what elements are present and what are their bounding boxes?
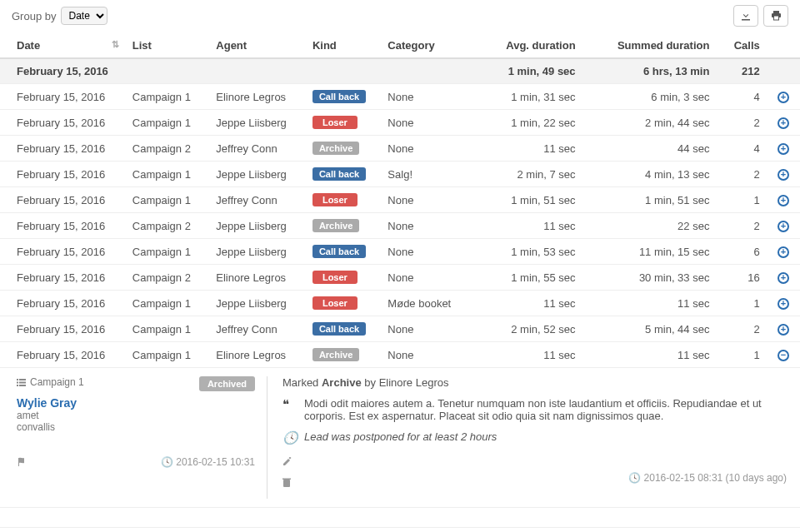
contact-line-2: convallis (17, 421, 255, 433)
cell-list: Campaign 1 (126, 162, 210, 187)
cell-category: None (381, 187, 473, 213)
cell-sum: 22 sec (582, 213, 717, 239)
cell-agent: Elinore Legros (209, 342, 306, 368)
table-row: February 15, 2016 Campaign 1 Jeppe Liisb… (0, 291, 800, 316)
clock-icon: 🕓 (161, 456, 173, 468)
expand-toggle[interactable]: + (778, 324, 789, 336)
cell-calls: 1 (716, 342, 766, 368)
cell-date: February 15, 2016 (0, 239, 126, 265)
kind-badge: Loser (312, 116, 358, 129)
expand-toggle[interactable]: + (778, 92, 789, 103)
expand-toggle[interactable]: + (778, 169, 789, 181)
edit-button[interactable] (282, 457, 292, 466)
contact-name[interactable]: Wylie Gray (17, 396, 255, 410)
kind-badge: Call back (312, 167, 366, 181)
svg-rect-5 (17, 379, 18, 380)
table-row: February 15, 2016 Campaign 1 Elinore Leg… (0, 84, 800, 110)
cell-category: None (381, 316, 473, 342)
cell-agent: Elinore Legros (209, 265, 306, 291)
cell-date: February 15, 2016 (0, 136, 126, 162)
expand-toggle[interactable]: − (778, 350, 789, 361)
cell-agent: Jeppe Liisberg (209, 213, 306, 239)
cell-category: Salg! (381, 162, 473, 187)
cell-avg: 2 min, 52 sec (473, 316, 582, 342)
list-icon (17, 379, 26, 386)
print-button[interactable] (763, 5, 788, 27)
svg-rect-7 (17, 381, 18, 383)
detail-right-timestamp: 2016-02-15 08:31 (10 days ago) (644, 472, 787, 484)
col-kind[interactable]: Kind (306, 33, 381, 58)
cell-avg: 11 sec (473, 213, 582, 239)
cell-list: Campaign 1 (126, 342, 210, 368)
expand-toggle[interactable]: + (778, 298, 789, 310)
table-row: February 15, 2016 Campaign 1 Jeffrey Con… (0, 528, 800, 532)
cell-category: None (381, 213, 473, 239)
cell-sum: 4 min, 13 sec (582, 162, 717, 187)
col-agent[interactable]: Agent (209, 33, 306, 58)
cell-calls: 1 (716, 528, 766, 532)
table-row: February 15, 2016 Campaign 2 Jeffrey Con… (0, 136, 800, 162)
table-row: February 15, 2016 Campaign 1 Elinore Leg… (0, 342, 800, 368)
cell-sum: 30 min, 33 sec (582, 265, 717, 291)
expand-toggle[interactable]: + (778, 272, 789, 284)
results-table: Date ⇅ List Agent Kind Category Avg. dur… (0, 33, 800, 368)
cell-agent: Jeppe Liisberg (209, 162, 306, 187)
cell-category: Møde booket (381, 291, 473, 316)
cell-sum: 1 min, 51 sec (582, 187, 717, 213)
delete-button[interactable] (282, 478, 292, 487)
cell-agent: Jeppe Liisberg (209, 239, 306, 265)
cell-list: Campaign 1 (126, 528, 210, 532)
group-by-select[interactable]: Date (61, 7, 108, 25)
cell-agent: Jeppe Liisberg (209, 291, 306, 316)
cell-agent: Jeffrey Conn (209, 316, 306, 342)
cell-date: February 15, 2016 (0, 342, 126, 368)
col-summed-duration[interactable]: Summed duration (582, 33, 717, 58)
download-button[interactable] (733, 5, 758, 27)
cell-date: February 15, 2016 (0, 187, 126, 213)
cell-date: February 15, 2016 (0, 110, 126, 136)
cell-agent: Jeppe Liisberg (209, 110, 306, 136)
cell-list: Campaign 1 (126, 110, 210, 136)
col-date[interactable]: Date ⇅ (0, 33, 126, 58)
kind-badge: Call back (312, 245, 366, 258)
cell-list: Campaign 1 (126, 316, 210, 342)
cell-avg: 1 min, 31 sec (473, 84, 582, 110)
svg-rect-6 (19, 379, 26, 380)
svg-rect-9 (17, 385, 18, 386)
expand-toggle[interactable]: + (778, 195, 789, 206)
expand-toggle[interactable]: + (778, 117, 789, 129)
cell-avg: 2 min, 7 sec (473, 162, 582, 187)
col-avg-duration[interactable]: Avg. duration (473, 33, 582, 58)
col-list[interactable]: List (126, 33, 210, 58)
flag-icon[interactable] (17, 457, 27, 467)
cell-category: None (381, 342, 473, 368)
clock-icon: 🕓 (282, 430, 296, 445)
cell-calls: 6 (716, 239, 766, 265)
col-category[interactable]: Category (381, 33, 473, 58)
cell-agent: Jeffrey Conn (209, 528, 306, 532)
svg-rect-0 (742, 19, 750, 21)
print-icon (771, 11, 782, 21)
cell-date: February 15, 2016 (0, 213, 126, 239)
expand-toggle[interactable]: + (778, 221, 789, 232)
expand-toggle[interactable]: + (778, 246, 789, 258)
cell-date: February 15, 2016 (0, 528, 126, 532)
cell-date: February 15, 2016 (0, 265, 126, 291)
cell-calls: 1 (716, 291, 766, 316)
cell-sum: 5 min, 44 sec (582, 316, 717, 342)
detail-left-timestamp: 2016-02-15 10:31 (176, 456, 255, 468)
cell-category: None (381, 110, 473, 136)
kind-badge: Archive (312, 142, 359, 155)
cell-avg: 11 sec (473, 136, 582, 162)
cell-list: Campaign 2 (126, 213, 210, 239)
cell-sum: 11 sec (582, 342, 717, 368)
cell-avg: 1 min, 22 sec (473, 110, 582, 136)
svg-rect-10 (19, 385, 26, 386)
clock-icon: 🕓 (628, 472, 641, 484)
cell-avg: 11 sec (473, 342, 582, 368)
expand-toggle[interactable]: + (778, 143, 789, 155)
cell-list: Campaign 2 (126, 136, 210, 162)
col-calls[interactable]: Calls (716, 33, 766, 58)
cell-date: February 15, 2016 (0, 84, 126, 110)
group-row: February 15, 2016 1 min, 49 sec 6 hrs, 1… (0, 58, 800, 84)
